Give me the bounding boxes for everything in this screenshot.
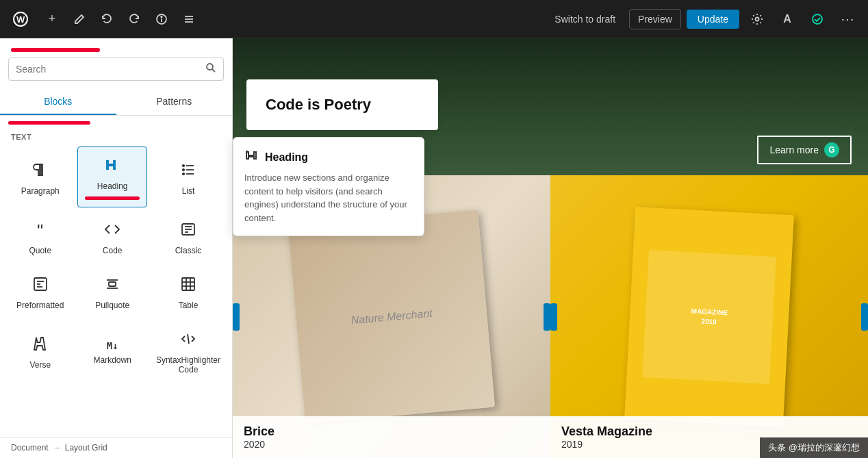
block-item-list[interactable]: List	[150, 147, 227, 207]
svg-rect-27	[109, 282, 116, 286]
settings-button[interactable]	[745, 7, 769, 31]
popover-header: Heading	[244, 149, 413, 166]
block-label-verse: Verse	[29, 360, 51, 370]
section-label-text: TEXT	[0, 130, 232, 147]
breadcrumb-start: Document	[11, 443, 49, 453]
update-button[interactable]: Update	[687, 10, 739, 29]
learn-more-button[interactable]: Learn more G	[757, 136, 852, 164]
learn-more-label: Learn more	[769, 144, 819, 155]
svg-text:W: W	[16, 14, 25, 25]
more-options-button[interactable]: ⋯	[835, 7, 860, 31]
block-item-paragraph[interactable]: Paragraph	[5, 147, 75, 207]
quote-icon: "	[37, 220, 43, 242]
block-label-markdown: Markdown	[94, 355, 131, 365]
svg-point-15	[183, 168, 184, 170]
block-item-classic[interactable]: Classic	[150, 210, 227, 263]
content-card-title: Code is Poetry	[266, 96, 419, 114]
svg-line-10	[212, 69, 215, 72]
svg-point-14	[183, 164, 184, 166]
paragraph-icon	[32, 162, 49, 182]
svg-point-4	[161, 16, 162, 17]
portfolio-info-brice: Brice 2020	[233, 416, 550, 458]
block-item-table[interactable]: Table	[150, 266, 227, 318]
preview-button[interactable]: Preview	[629, 9, 681, 29]
sidebar-red-highlight	[11, 48, 100, 52]
classic-icon	[180, 221, 196, 242]
wp-logo[interactable]: W	[8, 7, 33, 31]
list-view-button[interactable]	[177, 7, 201, 31]
code-icon	[104, 221, 120, 242]
popover-description: Introduce new sections and organize cont…	[244, 171, 413, 225]
block-item-quote[interactable]: " Quote	[5, 210, 75, 263]
portfolio-card-vesta[interactable]: MAGAZINE2019 Vesta Magazine 2019	[550, 175, 868, 458]
breadcrumb-arrow: →	[53, 443, 61, 453]
syntaxhighlighter-icon	[180, 331, 196, 351]
info-button[interactable]	[149, 7, 174, 31]
undo-button[interactable]	[94, 7, 119, 31]
block-label-syntaxhighlighter: SyntaxHighlighter Code	[156, 355, 220, 374]
preformatted-icon	[32, 276, 49, 296]
tab-patterns[interactable]: Patterns	[116, 89, 233, 115]
svg-rect-28	[182, 278, 194, 290]
block-item-code[interactable]: Code	[77, 210, 146, 263]
block-label-classic: Classic	[175, 246, 202, 255]
search-icon	[205, 62, 216, 76]
card-handle-left-vesta	[550, 303, 557, 331]
block-item-verse[interactable]: Verse	[5, 320, 75, 382]
content-area: Learn more G Code is Poetry Nature Merch…	[233, 38, 868, 458]
blocks-grid: Paragraph Heading	[0, 147, 232, 382]
sidebar: Blocks Patterns TEXT Paragraph	[0, 38, 233, 458]
main-layout: Blocks Patterns TEXT Paragraph	[0, 38, 868, 458]
block-label-code: Code	[103, 246, 123, 255]
pullquote-icon	[104, 276, 120, 296]
portfolio-year-brice: 2020	[244, 439, 539, 450]
card-handle-left-brice	[233, 303, 240, 331]
block-label-preformatted: Preformatted	[16, 301, 64, 310]
breadcrumb-end: Layout Grid	[65, 443, 107, 453]
sidebar-tabs: Blocks Patterns	[0, 89, 232, 116]
toolbar-right: Switch to draft Preview Update A ⋯	[546, 7, 860, 31]
search-container[interactable]	[8, 58, 224, 81]
watermark: 头条 @瑞拉的深邃幻想	[760, 437, 868, 458]
redo-button[interactable]	[122, 7, 146, 31]
performance-button[interactable]	[805, 7, 830, 31]
heading-popover: Heading Introduce new sections and organ…	[233, 137, 424, 236]
add-block-button[interactable]: +	[40, 7, 64, 31]
edit-tool-button[interactable]	[67, 7, 92, 31]
heading-icon	[104, 157, 120, 177]
heading-red-bar	[85, 196, 140, 200]
block-label-heading: Heading	[97, 181, 128, 191]
breadcrumb: Document → Layout Grid	[0, 437, 232, 458]
svg-point-9	[207, 64, 213, 70]
block-item-preformatted[interactable]: Preformatted	[5, 266, 75, 318]
table-icon	[180, 276, 196, 296]
card-handle-right-vesta	[861, 303, 868, 331]
block-label-list: List	[182, 186, 195, 196]
block-item-pullquote[interactable]: Pullquote	[77, 266, 146, 318]
svg-point-8	[756, 17, 759, 21]
block-label-pullquote: Pullquote	[95, 301, 129, 310]
verse-icon	[32, 335, 49, 356]
list-icon	[180, 162, 196, 182]
block-label-quote: Quote	[29, 246, 51, 255]
main-toolbar: W + Switch to	[0, 0, 868, 38]
tab-blocks[interactable]: Blocks	[0, 89, 116, 115]
popover-title: Heading	[265, 151, 308, 164]
svg-line-33	[188, 334, 189, 344]
portfolio-name-vesta: Vesta Magazine	[561, 424, 857, 439]
switch-to-draft-button[interactable]: Switch to draft	[546, 10, 624, 29]
block-label-table: Table	[179, 301, 199, 310]
svg-point-16	[183, 173, 184, 174]
block-item-heading[interactable]: Heading	[77, 147, 146, 207]
search-input[interactable]	[16, 64, 200, 75]
portfolio-name-brice: Brice	[244, 424, 539, 439]
content-card: Code is Poetry	[246, 79, 438, 130]
card-handle-right-brice	[544, 303, 550, 331]
block-item-syntaxhighlighter[interactable]: SyntaxHighlighter Code	[150, 320, 227, 382]
block-label-paragraph: Paragraph	[21, 186, 60, 196]
svg-rect-34	[246, 151, 248, 153]
blocks-red-underline	[8, 121, 90, 125]
grammarly-icon: G	[824, 142, 839, 157]
block-item-markdown[interactable]: M↓ Markdown	[77, 320, 146, 382]
typography-button[interactable]: A	[775, 7, 800, 31]
